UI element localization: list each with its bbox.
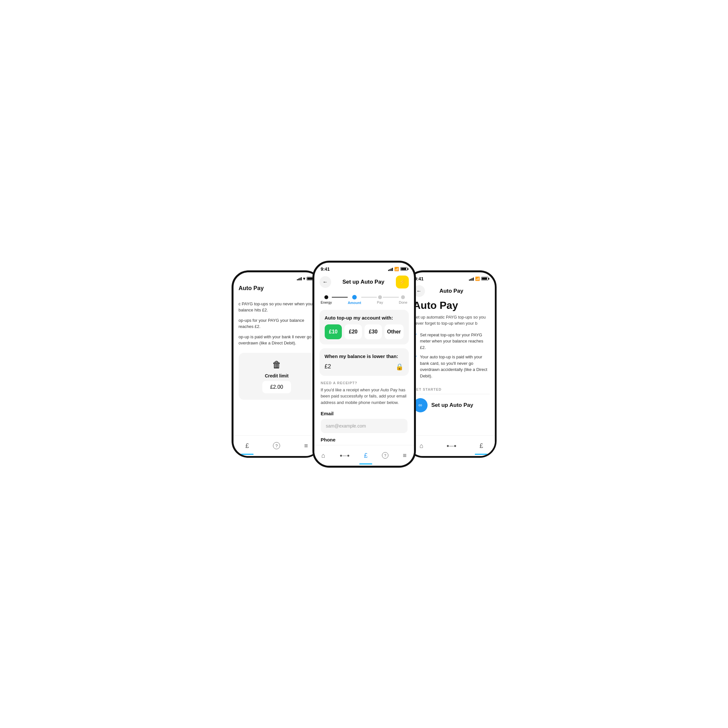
- payment-icon-right: £: [480, 442, 483, 450]
- email-label: Email: [321, 411, 407, 416]
- step-dot-amount: [352, 295, 357, 300]
- wifi-icon-left: ▾: [303, 276, 305, 281]
- back-arrow-icon-center: ←: [323, 279, 328, 285]
- receipt-description: If you'd like a receipt when your Auto P…: [321, 387, 407, 406]
- nav-item-usage-center[interactable]: ●—●: [340, 453, 350, 458]
- step-line-3: [383, 297, 399, 298]
- step-line-2: [361, 297, 377, 298]
- payment-icon-left: £: [245, 442, 249, 450]
- amount-buttons-group: £10 £20 £30 Other: [325, 324, 404, 339]
- status-bar-right: 9:41 📶: [408, 272, 495, 283]
- menu-icon-left: ≡: [304, 442, 308, 450]
- thunder-button-center[interactable]: ⚡: [396, 275, 409, 289]
- battery-icon-right: [481, 277, 488, 280]
- balance-row: £2 🔒: [325, 363, 404, 371]
- get-started-label: GET STARTED: [408, 382, 495, 394]
- nav-item-help-center[interactable]: ?: [382, 452, 388, 459]
- home-icon-right: ⌂: [419, 442, 423, 450]
- nav-item-payment-right[interactable]: £: [480, 442, 483, 450]
- amount-btn-30[interactable]: £30: [364, 324, 382, 339]
- status-bar-center: 9:41 📶: [314, 263, 414, 273]
- phone-left: ▾ Auto Pay c PAYG top-ups so you never w…: [232, 271, 322, 458]
- setup-btn-text: Set up Auto Pay: [431, 402, 474, 408]
- bottom-nav-right: ⌂ ●—● £: [408, 435, 495, 456]
- nav-item-help-left[interactable]: ?: [273, 442, 280, 449]
- lock-icon: 🔒: [396, 363, 404, 371]
- check-item-2: ✓ Your auto top-up is paid with your ban…: [408, 354, 495, 379]
- receipt-label: NEED A RECEIPT?: [321, 381, 407, 385]
- wifi-icon-center: 📶: [394, 267, 399, 271]
- amount-btn-20[interactable]: £20: [344, 324, 362, 339]
- wifi-icon-right: 📶: [475, 277, 480, 281]
- step-energy: Energy: [321, 295, 332, 304]
- infinity-symbol: ∞: [419, 402, 422, 408]
- balance-section: When my balance is lower than: £2 🔒: [320, 348, 409, 376]
- check-text-2: Your auto top-up is paid with your bank …: [420, 354, 489, 379]
- home-icon-center: ⌂: [321, 452, 325, 459]
- menu-icon-center: ≡: [403, 452, 407, 459]
- signal-icon-left: [297, 277, 302, 280]
- signal-icon-center: [388, 267, 393, 271]
- balance-section-label: When my balance is lower than:: [325, 353, 404, 359]
- get-started-divider: [413, 394, 489, 394]
- left-text-1: c PAYG top-ups so you never when your ba…: [239, 301, 315, 314]
- step-amount: Amount: [348, 295, 361, 305]
- bottom-nav-left: £ ? ≡: [234, 435, 320, 456]
- email-placeholder: sam@example.com: [326, 423, 366, 428]
- email-input[interactable]: sam@example.com: [321, 419, 407, 433]
- credit-limit-card: 🗑 Credit limit £2.00: [239, 353, 315, 400]
- trash-icon: 🗑: [272, 359, 281, 370]
- nav-item-home-center[interactable]: ⌂: [321, 452, 325, 459]
- nav-title-right: Auto Pay: [439, 288, 463, 294]
- amount-btn-other[interactable]: Other: [385, 324, 404, 339]
- credit-value: £2.00: [262, 381, 291, 393]
- check-item-1: ✓ Set repeat top-ups for your PAYG meter…: [408, 332, 495, 351]
- thunder-icon-center: ⚡: [399, 278, 406, 286]
- nav-header-right: ← Auto Pay: [408, 283, 495, 300]
- autopay-main-title: Auto Pay: [408, 300, 495, 312]
- step-dot-pay: [378, 295, 382, 299]
- step-dot-done: [401, 295, 405, 299]
- time-right: 9:41: [414, 276, 424, 281]
- status-bar-left: ▾: [234, 272, 320, 282]
- step-label-pay: Pay: [377, 300, 383, 304]
- back-button-center[interactable]: ←: [320, 276, 331, 288]
- phone-label: Phone: [321, 437, 407, 442]
- balance-value: £2: [325, 363, 331, 370]
- time-center: 9:41: [321, 266, 330, 272]
- nav-item-home-right[interactable]: ⌂: [419, 442, 423, 450]
- nav-item-payment-center[interactable]: £: [364, 452, 368, 459]
- battery-icon-center: [401, 267, 407, 271]
- step-dot-energy: [324, 295, 328, 299]
- payment-icon-center: £: [364, 452, 368, 459]
- usage-icon-right: ●—●: [447, 443, 457, 448]
- nav-item-payment-left[interactable]: £: [245, 442, 249, 450]
- check-text-1: Set repeat top-ups for your PAYG meter w…: [420, 332, 489, 351]
- receipt-section: NEED A RECEIPT? If you'd like a receipt …: [314, 380, 414, 445]
- usage-icon-center: ●—●: [340, 453, 350, 458]
- progress-steps: Energy Amount Pay Done: [314, 291, 414, 310]
- credit-label: Credit limit: [265, 373, 289, 378]
- left-text-2: op-ups for your PAYG your balance reache…: [239, 317, 315, 330]
- nav-item-menu-center[interactable]: ≡: [403, 452, 407, 459]
- step-done: Done: [399, 295, 407, 304]
- phones-container: ▾ Auto Pay c PAYG top-ups so you never w…: [186, 261, 542, 468]
- nav-item-menu-left[interactable]: ≡: [304, 442, 308, 450]
- phone-center: 9:41 📶 ← Set up Auto Pay: [312, 261, 416, 468]
- step-label-energy: Energy: [321, 300, 332, 304]
- step-pay: Pay: [377, 295, 383, 304]
- help-icon-center: ?: [382, 452, 388, 459]
- help-icon-left: ?: [273, 442, 280, 449]
- nav-title-center: Set up Auto Pay: [343, 279, 385, 285]
- autopay-description: Set up automatic PAYG top-ups so you nev…: [408, 314, 495, 327]
- phone-right: 9:41 📶 ← Auto Pay: [406, 271, 497, 458]
- signal-icon-right: [469, 277, 474, 281]
- amount-btn-10[interactable]: £10: [325, 324, 342, 339]
- step-label-amount: Amount: [348, 301, 361, 305]
- setup-autopay-row[interactable]: ∞ Set up Auto Pay: [408, 398, 495, 412]
- amount-section-label: Auto top-up my account with:: [325, 315, 404, 321]
- bottom-nav-center: ⌂ ●—● £ ? ≡: [314, 445, 414, 466]
- left-page-title: Auto Pay: [239, 285, 315, 292]
- nav-item-usage-right[interactable]: ●—●: [447, 443, 457, 448]
- amount-section: Auto top-up my account with: £10 £20 £30…: [320, 310, 409, 344]
